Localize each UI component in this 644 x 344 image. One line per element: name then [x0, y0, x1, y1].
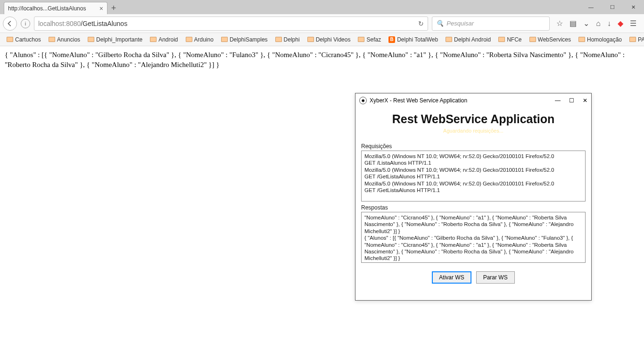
url-path: /GetListaAlunos — [81, 20, 127, 27]
search-icon: 🔍 — [436, 20, 444, 27]
folder-icon — [150, 37, 157, 42]
bookmark-label: Delphi_Importante — [96, 36, 142, 43]
search-box[interactable]: 🔍 Pesquisar — [432, 17, 550, 31]
library-icon[interactable]: ▤ — [570, 19, 577, 28]
dialog-heading: Rest WebService Application — [361, 112, 586, 126]
dialog-minimize-icon[interactable]: — — [555, 97, 561, 104]
bookmark-label: Delphi TotalWeb — [397, 36, 438, 43]
new-tab-button[interactable]: + — [107, 2, 120, 14]
bookmark-star-icon[interactable]: ☆ — [556, 19, 563, 28]
minimize-icon[interactable]: — — [580, 0, 602, 14]
pocket-icon[interactable]: ⌄ — [583, 19, 589, 28]
rest-service-window: ✸ XyberX - Rest Web Service Application … — [355, 93, 592, 301]
requests-textbox[interactable]: Mozilla/5.0 (Windows NT 10.0; WOW64; rv:… — [361, 151, 586, 201]
folder-icon — [358, 37, 364, 42]
bookmark-item[interactable]: DelphiSamples — [218, 35, 271, 44]
toolbar-icons: ☆ ▤ ⌄ ⌂ ↓ ◆ ☰ — [552, 19, 641, 28]
folder-icon — [275, 37, 282, 42]
requests-label: Requisições — [361, 143, 586, 150]
window-controls: — ☐ ✕ — [580, 0, 644, 14]
tab-title: http://localhos...GetListaAlunos — [8, 5, 86, 12]
bookmark-label: Delphi Videos — [316, 36, 351, 43]
bookmark-label: Anuncios — [57, 36, 80, 43]
dialog-title: XyberX - Rest Web Service Application — [370, 97, 467, 104]
bookmarks-bar: CartuchosAnunciosDelphi_ImportanteAndroi… — [0, 33, 644, 46]
close-tab-icon[interactable]: × — [99, 5, 103, 12]
bookmark-item[interactable]: Delphi Videos — [305, 35, 354, 44]
folder-icon — [498, 37, 505, 42]
bookmark-item[interactable]: BDelphi TotalWeb — [386, 35, 441, 44]
bookmark-item[interactable]: PAF-ECF — [627, 35, 644, 44]
responses-label: Respostas — [361, 204, 586, 211]
bookmark-label: Delphi Android — [454, 36, 491, 43]
bookmark-item[interactable]: Delphi — [272, 35, 303, 44]
bookmark-item[interactable]: Android — [147, 35, 181, 44]
browser-tab[interactable]: http://localhos...GetListaAlunos × — [4, 2, 107, 14]
browser-navbar: i localhost:8080/GetListaAlunos ↻ 🔍 Pesq… — [0, 14, 644, 33]
close-window-icon[interactable]: ✕ — [623, 0, 644, 14]
bookmark-label: WebServices — [538, 36, 571, 43]
page-content: { "Alunos" : [{ "NomeAluno" : "Gilberto … — [0, 46, 644, 74]
bookmark-item[interactable]: Sefaz — [355, 35, 384, 44]
folder-icon — [7, 37, 13, 42]
blogger-icon: B — [388, 36, 395, 43]
folder-icon — [529, 37, 536, 42]
folder-icon — [221, 37, 228, 42]
bookmark-item[interactable]: Delphi Android — [443, 35, 494, 44]
menu-icon[interactable]: ☰ — [630, 19, 636, 28]
folder-icon — [88, 37, 94, 42]
bookmark-item[interactable]: WebServices — [527, 35, 574, 44]
folder-icon — [307, 37, 314, 42]
dialog-maximize-icon[interactable]: ☐ — [569, 97, 574, 104]
downloads-icon[interactable]: ↓ — [607, 19, 611, 28]
stop-ws-button[interactable]: Parar WS — [476, 271, 515, 284]
bookmark-label: Android — [158, 36, 178, 43]
bookmark-item[interactable]: Arduino — [183, 35, 216, 44]
folder-icon — [446, 37, 452, 42]
folder-icon — [629, 37, 636, 42]
bookmark-label: Delphi — [284, 36, 300, 43]
back-arrow-icon — [7, 20, 13, 27]
bookmark-label: Cartuchos — [15, 36, 41, 43]
bookmark-label: Sefaz — [366, 36, 381, 43]
activate-ws-button[interactable]: Ativar WS — [432, 271, 471, 284]
extension-icon[interactable]: ◆ — [618, 19, 623, 28]
folder-icon — [49, 37, 55, 42]
bookmark-label: Homologação — [587, 36, 622, 43]
bookmark-item[interactable]: NFCe — [495, 35, 524, 44]
reload-icon[interactable]: ↻ — [418, 20, 424, 27]
dialog-window-controls: — ☐ ✕ — [555, 97, 587, 104]
bookmark-item[interactable]: Cartuchos — [4, 35, 44, 44]
home-icon[interactable]: ⌂ — [596, 19, 601, 28]
bookmark-label: PAF-ECF — [638, 36, 644, 43]
back-button[interactable] — [3, 17, 17, 31]
bookmark-label: Arduino — [194, 36, 214, 43]
bookmark-label: DelphiSamples — [230, 36, 268, 43]
dialog-body: Rest WebService Application Aguardando r… — [355, 108, 591, 300]
url-bar[interactable]: localhost:8080/GetListaAlunos ↻ — [34, 17, 428, 31]
bookmark-item[interactable]: Anuncios — [46, 35, 83, 44]
bookmark-item[interactable]: Homologação — [576, 35, 625, 44]
app-icon: ✸ — [359, 97, 367, 104]
bookmark-label: NFCe — [507, 36, 521, 43]
responses-textbox[interactable]: "NomeAluno" : "Cicrano45" }, { "NomeAlun… — [361, 212, 586, 263]
folder-icon — [578, 37, 585, 42]
dialog-buttons: Ativar WS Parar WS — [361, 271, 586, 284]
dialog-close-icon[interactable]: ✕ — [583, 97, 587, 104]
maximize-icon[interactable]: ☐ — [602, 0, 623, 14]
folder-icon — [186, 37, 192, 42]
url-host: localhost:8080 — [38, 20, 81, 27]
bookmark-item[interactable]: Delphi_Importante — [85, 35, 145, 44]
dialog-titlebar[interactable]: ✸ XyberX - Rest Web Service Application … — [355, 93, 591, 108]
browser-titlebar: http://localhos...GetListaAlunos × + — ☐… — [0, 0, 644, 14]
site-info-icon[interactable]: i — [21, 19, 30, 28]
search-placeholder: Pesquisar — [446, 20, 474, 27]
dialog-subheading: Aguardando requisições... — [361, 128, 586, 134]
